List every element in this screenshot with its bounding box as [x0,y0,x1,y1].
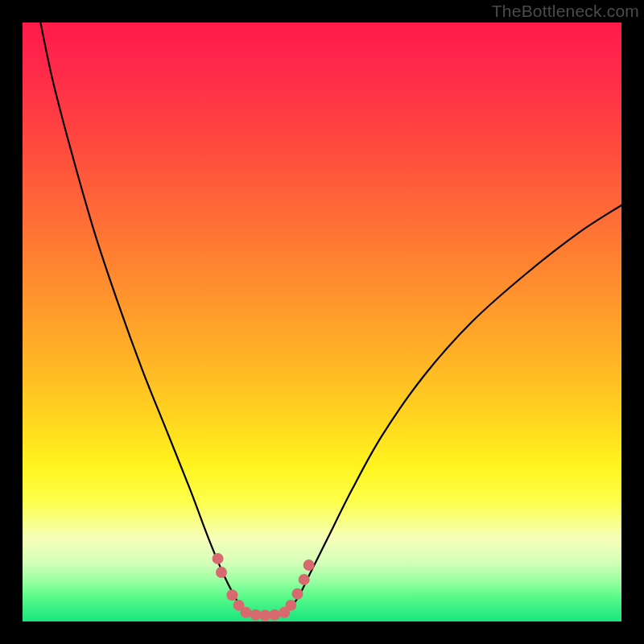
data-dot [259,610,270,621]
curve-right [286,205,621,613]
curve-left [40,23,244,613]
data-dot [292,588,303,600]
watermark-text: TheBottleneck.com [492,2,639,21]
data-dot [216,567,227,578]
data-dot [303,559,315,571]
data-dot [213,553,224,564]
chart-area [23,23,621,621]
data-dot [285,600,296,611]
chart-svg [23,23,621,621]
data-dot [250,609,261,621]
data-dot [299,574,310,585]
data-dot [226,589,237,601]
dot-cluster [213,553,315,621]
data-dot [241,607,252,618]
data-dot [269,609,280,621]
